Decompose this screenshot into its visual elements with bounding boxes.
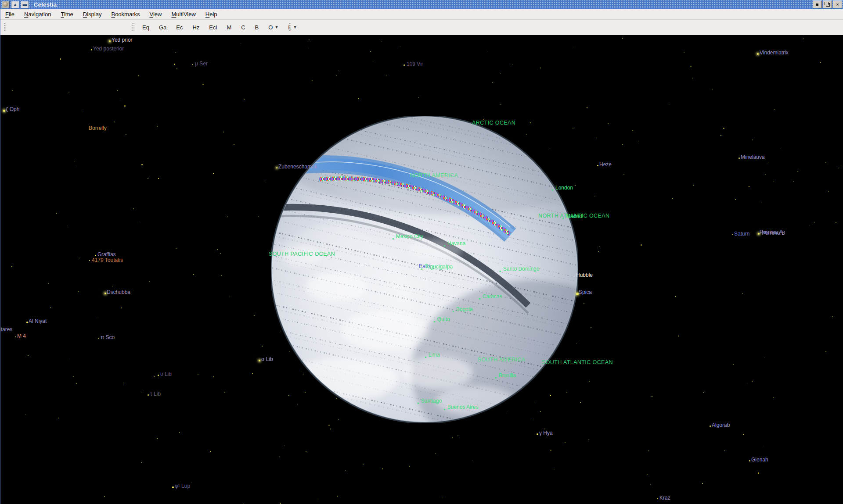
toolbar-handle[interactable] [289,23,291,32]
label-madrid[interactable]: Madrid [566,214,582,219]
toolbar-handle[interactable] [132,23,134,32]
label-mexico-city[interactable]: Mexico City [396,234,423,239]
label-109-vir[interactable]: 109 Vir [407,61,423,67]
label-antares[interactable]: Antares [0,327,12,332]
label-minelauva[interactable]: Minelauva [741,154,765,160]
minimize-button[interactable] [813,0,822,8]
titlebar[interactable]: ▴ ▬ Celestia × [0,0,843,9]
menu-item-time[interactable]: Time [56,10,78,19]
label-lib[interactable]: τ Lib [150,391,161,397]
label-quito[interactable]: Quito [437,317,450,322]
toolbar-button-ec[interactable]: Ec [171,22,187,33]
label-zubeneschamali[interactable]: Zubeneschamali [278,164,317,170]
toolbar-handle[interactable] [4,23,6,32]
bright-star[interactable] [710,425,711,427]
label-hya[interactable]: γ Hya [539,430,553,436]
label-lima[interactable]: Lima [429,352,440,358]
toolbar-button-c[interactable]: C [236,22,250,33]
label-london[interactable]: London [555,185,573,191]
label-tegucigalpa[interactable]: Tegucigalpa [425,264,453,270]
label-lib[interactable]: σ Lib [261,357,273,362]
label-4179-toutatis[interactable]: 4179 Toutatis [92,257,123,263]
toolbar-button-o[interactable]: O▼ [263,22,283,33]
bright-star[interactable] [597,165,598,166]
menu-item-bookmarks[interactable]: Bookmarks [106,10,144,19]
label-bogota[interactable]: Bogota [456,307,473,312]
bright-star[interactable] [259,360,260,361]
window-menu-button[interactable]: ▬ [21,1,29,8]
label-m-4[interactable]: M 4 [17,333,26,339]
label-algorab[interactable]: Algorab [712,422,730,428]
bright-star[interactable] [574,276,575,277]
label-havana[interactable]: Havana [447,241,465,247]
label-porrima-a[interactable]: Porrima A [760,229,783,235]
label-kraz[interactable]: Kraz [659,495,670,501]
label-sco[interactable]: π Sco [101,335,115,340]
menu-item-file[interactable]: File [0,10,19,19]
label-lib[interactable]: υ Lib [160,372,172,377]
toolbar-button-m[interactable]: M [222,22,236,33]
bright-star[interactable] [657,498,658,499]
label-yed-prior[interactable]: Yed prior [112,37,133,43]
close-button[interactable]: × [833,0,842,8]
bright-star[interactable] [98,338,99,339]
menu-item-help[interactable]: Help [201,10,222,19]
toolbar-button-b[interactable]: B [250,22,264,33]
toolbar-button-l[interactable]: L▼ [283,22,302,33]
label-spica[interactable]: Spica [579,290,592,295]
label-hubble[interactable]: Hubble [576,272,593,278]
menu-item-view[interactable]: View [145,10,167,19]
label-saturn[interactable]: Saturn [734,231,749,237]
bright-star[interactable] [89,260,90,261]
bright-star[interactable] [537,433,538,435]
bright-star[interactable] [109,40,111,42]
bright-star[interactable] [403,64,405,66]
bright-star[interactable] [739,157,740,159]
shade-button[interactable]: ▴ [11,1,19,8]
label-lup[interactable]: φ¹ Lup [175,483,190,489]
toolbar-button-ecl[interactable]: Ecl [204,22,222,33]
bright-star[interactable] [3,110,5,112]
label-dschubba[interactable]: Dschubba [107,290,130,295]
viewport[interactable]: Po? 2.?m?2011,?19:28:32?CEST Real time S… [0,35,843,504]
bright-star[interactable] [104,293,106,294]
label-brasilia[interactable]: Brasilia [499,373,516,379]
label-gienah[interactable]: Gienah [751,457,768,463]
label-al-niyat[interactable]: Al Niyat [29,318,47,324]
bright-star[interactable] [172,486,174,488]
label-south-pacific-ocean[interactable]: SOUTH PACIFIC OCEAN [269,251,335,257]
window-icon[interactable] [2,1,10,8]
toolbar-button-eq[interactable]: Eq [137,22,154,33]
label-south-atlantic-ocean[interactable]: SOUTH ATLANTIC OCEAN [542,360,613,365]
bright-star[interactable] [192,64,193,65]
label-vindemiatrix[interactable]: Vindemiatrix [760,50,789,56]
label-santiago[interactable]: Santiago [421,398,442,404]
label-borrelly[interactable]: Borrelly [89,125,107,131]
bright-star[interactable] [732,234,733,235]
menu-item-navigation[interactable]: Navigation [19,10,56,19]
label-south-america[interactable]: SOUTH AMERICA [478,357,526,363]
bright-star[interactable] [15,336,16,337]
label-heze[interactable]: Heze [599,162,612,168]
label-oph[interactable]: ζ Oph [6,107,19,112]
bright-star[interactable] [91,49,92,50]
bright-star[interactable] [26,322,28,323]
bright-star[interactable] [276,167,277,168]
label-yed-posterior[interactable]: Yed posterior [93,46,124,52]
bright-star[interactable] [757,53,759,55]
menu-item-display[interactable]: Display [78,10,107,19]
label-arctic-ocean[interactable]: ARCTIC OCEAN [472,120,515,126]
label-santo-domingo[interactable]: Santo Domingo [503,266,540,272]
bright-star[interactable] [158,375,159,376]
bright-star[interactable] [154,376,155,377]
label-ser[interactable]: μ Ser [195,61,208,67]
toolbar-button-hz[interactable]: Hz [187,22,204,33]
label-north-america[interactable]: NORTH AMERICA [410,173,458,179]
label-buenos-aires[interactable]: Buenos Aires [447,404,479,410]
maximize-button[interactable] [823,0,832,8]
bright-star[interactable] [749,460,750,461]
toolbar-button-ga[interactable]: Ga [154,22,171,33]
bright-star[interactable] [95,255,96,256]
bright-star[interactable] [148,394,149,396]
menu-item-multiview[interactable]: MultiView [166,10,200,19]
